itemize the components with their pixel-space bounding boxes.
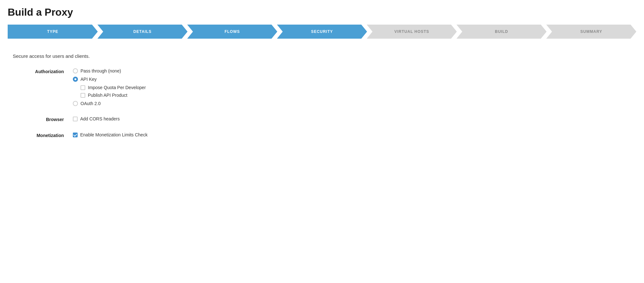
monetization-group: Monetization Enable Monetization Limits … xyxy=(13,132,636,138)
form-section: Secure access for users and clients. Aut… xyxy=(8,50,636,138)
radio-api-key-label: API Key xyxy=(80,77,97,82)
step-security-label: SECURITY xyxy=(311,29,333,34)
step-flows-label: FLOWS xyxy=(225,29,240,34)
radio-oauth2-indicator xyxy=(73,101,78,106)
checkbox-publish-api-label: Publish API Product xyxy=(88,93,127,98)
checkbox-publish-api[interactable]: Publish API Product xyxy=(80,93,146,98)
step-virtual-hosts[interactable]: VIRTUAL HOSTS xyxy=(367,25,457,39)
stepper: TYPE DETAILS FLOWS SECURITY VIRTUAL HOST… xyxy=(8,25,636,39)
step-summary[interactable]: SUMMARY xyxy=(546,25,636,39)
monetization-controls: Enable Monetization Limits Check xyxy=(73,132,148,137)
radio-pass-through-indicator xyxy=(73,68,78,73)
browser-label: Browser xyxy=(13,116,64,122)
checkbox-enable-monetization[interactable]: Enable Monetization Limits Check xyxy=(73,132,148,137)
step-security[interactable]: SECURITY xyxy=(277,25,367,39)
monetization-label: Monetization xyxy=(13,132,64,138)
checkbox-impose-quota[interactable]: Impose Quota Per Developer xyxy=(80,85,146,90)
step-virtual-hosts-label: VIRTUAL HOSTS xyxy=(395,29,429,34)
radio-pass-through-label: Pass through (none) xyxy=(80,68,121,73)
api-key-sub-options: Impose Quota Per Developer Publish API P… xyxy=(80,85,146,98)
radio-api-key-indicator xyxy=(73,77,78,82)
checkbox-publish-api-indicator xyxy=(80,93,85,98)
step-type[interactable]: TYPE xyxy=(8,25,98,39)
browser-group: Browser Add CORS headers xyxy=(13,116,636,122)
radio-oauth2-label: OAuth 2.0 xyxy=(80,101,101,106)
checkbox-add-cors[interactable]: Add CORS headers xyxy=(73,116,120,121)
browser-controls: Add CORS headers xyxy=(73,116,120,121)
step-details-label: DETAILS xyxy=(133,29,151,34)
step-summary-label: SUMMARY xyxy=(580,29,602,34)
checkbox-enable-monetization-indicator xyxy=(73,133,78,137)
step-type-label: TYPE xyxy=(47,29,58,34)
radio-oauth2[interactable]: OAuth 2.0 xyxy=(73,101,146,106)
checkbox-impose-quota-label: Impose Quota Per Developer xyxy=(88,85,146,90)
step-build[interactable]: BUILD xyxy=(456,25,547,39)
checkbox-impose-quota-indicator xyxy=(80,85,85,90)
step-flows[interactable]: FLOWS xyxy=(187,25,277,39)
page-title: Build a Proxy xyxy=(8,6,636,18)
radio-pass-through[interactable]: Pass through (none) xyxy=(73,68,146,73)
authorization-label: Authorization xyxy=(13,68,64,74)
authorization-group: Authorization Pass through (none) API Ke… xyxy=(13,68,636,106)
step-details[interactable]: DETAILS xyxy=(97,25,188,39)
step-build-label: BUILD xyxy=(495,29,508,34)
checkbox-add-cors-label: Add CORS headers xyxy=(80,116,120,121)
section-subtitle: Secure access for users and clients. xyxy=(13,53,636,59)
checkbox-enable-monetization-label: Enable Monetization Limits Check xyxy=(80,132,148,137)
checkbox-add-cors-indicator xyxy=(73,117,78,121)
radio-api-key[interactable]: API Key xyxy=(73,77,146,82)
authorization-controls: Pass through (none) API Key Impose Quota… xyxy=(73,68,146,106)
